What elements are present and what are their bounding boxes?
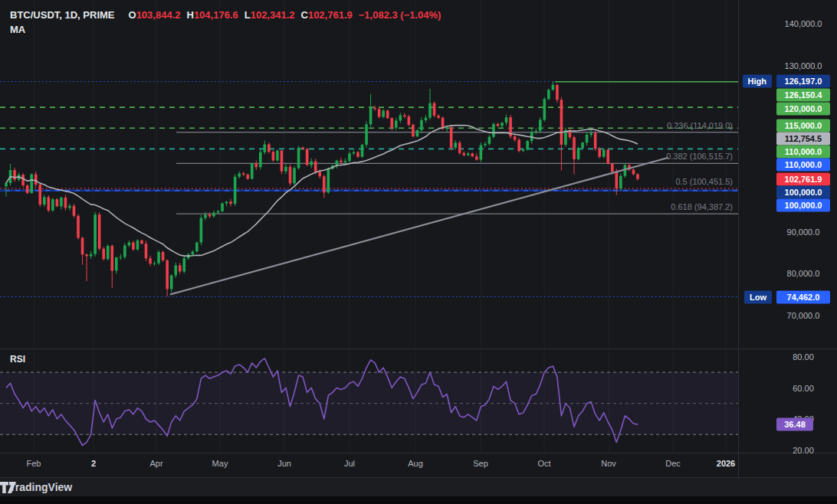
candle-body: [132, 243, 135, 250]
candle-body: [378, 109, 381, 116]
candle-body: [539, 119, 542, 131]
candle-body: [632, 170, 635, 175]
candle-body: [77, 216, 80, 238]
low-value: 102,341.2: [251, 9, 295, 21]
candle-body: [386, 110, 389, 118]
candle-body: [136, 241, 140, 250]
low-marker-badge: Low: [744, 291, 772, 304]
candle-body: [636, 175, 639, 179]
symbol-title[interactable]: BTC/USDT, 1D, PRIME: [10, 9, 115, 21]
candle-body: [344, 161, 347, 162]
candle-body: [13, 170, 16, 179]
candle-body: [492, 124, 495, 137]
candle-body: [81, 238, 84, 255]
price-badge: 110,000.0: [776, 159, 830, 172]
open-value: 103,844.2: [136, 9, 181, 21]
price-badge: 115,000.0: [776, 119, 830, 133]
time-axis[interactable]: Feb2AprMayJunJulAugSepOctNovDec2026: [0, 453, 738, 477]
candle-body: [102, 249, 105, 260]
candle-body: [408, 116, 411, 125]
chart-legend: BTC/USDT, 1D, PRIMEO103,844.2H104,176.6L…: [10, 8, 441, 37]
time-axis-label: Dec: [665, 459, 681, 468]
price-badge: 102,761.9: [776, 173, 830, 186]
candle-body: [200, 218, 203, 243]
candle-body: [284, 167, 287, 172]
candle-body: [43, 197, 46, 205]
candle-body: [560, 100, 563, 145]
candle-body: [182, 258, 185, 271]
candle-body: [259, 152, 262, 168]
candle-body: [395, 120, 398, 127]
candle-body: [416, 130, 419, 136]
candle-body: [314, 162, 317, 172]
candle-body: [586, 135, 589, 142]
candle-body: [217, 211, 220, 213]
fib-label: 0.382 (106,515.7): [666, 152, 733, 161]
candle-body: [327, 169, 330, 192]
candle-body: [598, 149, 601, 156]
price-axis[interactable]: 140,000.0130,000.0High126,197.0126,150.4…: [738, 0, 837, 477]
candle-body: [318, 172, 321, 176]
candle-body: [556, 85, 559, 100]
pane-separator[interactable]: [0, 349, 837, 349]
candle-body: [353, 152, 356, 154]
rsi-chart-canvas[interactable]: [0, 349, 738, 453]
time-axis-label: May: [212, 459, 228, 468]
candle-body: [306, 149, 309, 165]
time-axis-label: Sep: [473, 459, 488, 468]
candle-body: [238, 173, 241, 176]
candle-body: [38, 185, 41, 205]
close-label: C: [301, 9, 308, 21]
high-value: 104,176.6: [194, 9, 238, 21]
candle-body: [547, 90, 550, 99]
trendline[interactable]: [170, 158, 668, 295]
time-axis-label: Feb: [27, 459, 41, 468]
high-label: H: [186, 9, 193, 21]
time-axis-label: Oct: [537, 459, 550, 468]
high-marker-badge: High: [743, 75, 772, 88]
tradingview-wordmark[interactable]: TradingView: [9, 481, 72, 493]
price-badge: 100,000.0: [776, 199, 830, 212]
candle-body: [140, 241, 143, 244]
candle-body: [488, 137, 491, 144]
candle-body: [107, 246, 110, 259]
candle-body: [166, 260, 169, 289]
candle-body: [412, 125, 415, 136]
rsi-value-badge: 36.48: [776, 418, 813, 431]
price-chart-canvas[interactable]: 0.236 (114,019.0)0.382 (106,515.7)0.5 (1…: [0, 0, 738, 349]
candle-body: [301, 148, 304, 149]
candle-body: [336, 161, 339, 166]
candle-body: [611, 163, 614, 172]
ma-indicator-label[interactable]: MA: [10, 24, 25, 35]
rsi-axis-label: 20.00: [776, 446, 830, 455]
candle-body: [390, 118, 393, 127]
candle-body: [310, 162, 313, 165]
candle-body: [589, 133, 592, 135]
candle-body: [365, 124, 368, 145]
candle-body: [73, 206, 76, 216]
candle-body: [361, 145, 364, 157]
candle-body: [369, 108, 373, 125]
candle-body: [242, 173, 245, 175]
candle-body: [606, 149, 609, 163]
candle-body: [454, 142, 457, 148]
candle-body: [212, 212, 215, 216]
candle-body: [522, 149, 525, 151]
candle-body: [21, 175, 25, 185]
legend-row-indicator: MA: [10, 22, 441, 37]
candle-body: [85, 254, 88, 256]
tradingview-logo-icon[interactable]: [0, 482, 16, 493]
fib-label: 0.236 (114,019.0): [667, 121, 733, 130]
low-value-badge: 74,462.0: [776, 291, 830, 304]
candle-body: [480, 145, 483, 159]
rsi-indicator-label[interactable]: RSI: [10, 354, 25, 365]
candle-body: [484, 144, 487, 146]
candle-body: [505, 117, 508, 123]
fib-label: 0.618 (94,387.2): [671, 202, 733, 211]
candle-body: [272, 152, 275, 160]
candle-body: [281, 151, 284, 172]
time-axis-label: Apr: [149, 459, 162, 468]
candle-body: [234, 177, 237, 204]
candle-body: [501, 123, 504, 126]
candle-body: [450, 127, 453, 148]
